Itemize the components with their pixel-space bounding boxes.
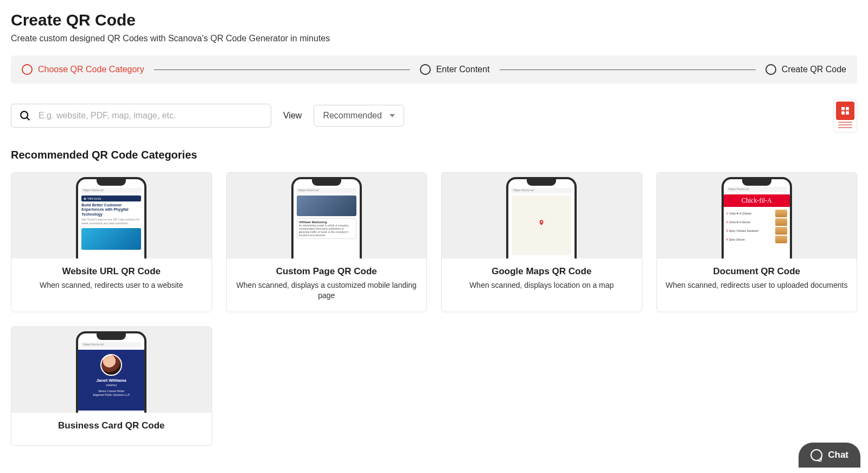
- bc-role: Senior Content Writer: [98, 389, 124, 393]
- preview-url: https://scnv.io/: [511, 188, 572, 193]
- svg-line-1: [27, 118, 30, 121]
- card-preview: https://scnv.io/ Janet Williams (she/her…: [11, 327, 212, 413]
- step-label: Enter Content: [436, 65, 490, 74]
- card-title: Document QR Code: [663, 266, 851, 277]
- step-create-qr[interactable]: Create QR Code: [765, 64, 846, 75]
- card-google-maps[interactable]: https://scnv.io/ Google Maps QR Code Whe…: [441, 172, 642, 312]
- avatar-icon: [100, 354, 122, 376]
- view-select[interactable]: Recommended: [314, 105, 404, 127]
- search-input[interactable]: [39, 111, 263, 121]
- preview-brand: Chick-fil-A: [724, 194, 790, 207]
- chat-button[interactable]: Chat: [799, 443, 860, 457]
- card-document[interactable]: https://scnv.io/ Chick-fil-A 1Chick-fil-…: [656, 172, 858, 312]
- card-preview: https://scnv.io/: [442, 173, 642, 258]
- card-business-card[interactable]: https://scnv.io/ Janet Williams (she/her…: [11, 326, 212, 446]
- map-pin-icon: [538, 219, 545, 226]
- progress-stepper: Choose QR Code Category Enter Content Cr…: [11, 55, 857, 84]
- menu-item: Chick-fil-A Deluxe: [728, 220, 775, 224]
- svg-point-0: [21, 111, 28, 118]
- bc-company: Edgehart Public Solutions LLP: [93, 393, 130, 396]
- preview-subtext: Use Trycon's easy-to-use QR Code solutio…: [81, 218, 141, 225]
- view-selected-value: Recommended: [323, 111, 382, 121]
- grid-icon: [841, 107, 849, 115]
- chat-label: Chat: [828, 450, 848, 457]
- card-preview: https://scnv.io/ ✿ TRYCON Build Better C…: [11, 173, 212, 258]
- step-divider: [154, 70, 410, 70]
- preview-card: Affiliate MarketingAn advertising model …: [297, 218, 356, 239]
- preview-hero: [297, 195, 356, 216]
- preview-url: https://scnv.io/: [726, 187, 787, 192]
- card-desc: When scanned, redirects user to a websit…: [18, 280, 205, 291]
- section-title: Recommended QR Code Categories: [11, 149, 857, 161]
- step-enter-content[interactable]: Enter Content: [420, 64, 490, 75]
- preview-headline: Build Better Customer Experiences with P…: [81, 203, 141, 217]
- view-label: View: [283, 111, 302, 121]
- step-circle-icon: [22, 64, 33, 75]
- menu-item: Spicy Deluxe: [728, 238, 775, 241]
- layout-toggle: [833, 99, 857, 133]
- list-view-button[interactable]: [836, 122, 854, 130]
- search-icon: [19, 110, 31, 122]
- card-desc: When scanned, redirects user to uploaded…: [663, 280, 851, 291]
- card-title: Custom Page QR Code: [233, 266, 420, 277]
- page-title: Create QR Code: [11, 11, 857, 29]
- preview-url: https://scnv.io/: [296, 188, 357, 193]
- chat-icon: [810, 449, 822, 457]
- card-website-url[interactable]: https://scnv.io/ ✿ TRYCON Build Better C…: [11, 172, 212, 312]
- bc-name: Janet Williams: [96, 378, 126, 383]
- preview-url: https://scnv.io/: [81, 342, 142, 348]
- preview-url: https://scnv.io/: [81, 188, 142, 193]
- step-divider: [500, 70, 756, 70]
- step-circle-icon: [765, 64, 776, 75]
- preview-brand: ✿ TRYCON: [81, 195, 141, 201]
- card-title: Website URL QR Code: [18, 266, 205, 277]
- step-label: Create QR Code: [782, 65, 846, 74]
- card-preview: https://scnv.io/ Chick-fil-A 1Chick-fil-…: [657, 173, 857, 258]
- card-title: Business Card QR Code: [18, 420, 205, 431]
- step-circle-icon: [420, 64, 431, 75]
- preview-image: [81, 228, 141, 250]
- bc-handle: (she/her): [106, 383, 117, 387]
- card-title: Google Maps QR Code: [448, 266, 635, 277]
- menu-item: Chick-fil-A Chicken: [728, 212, 775, 215]
- map-preview: [512, 195, 571, 255]
- category-grid: https://scnv.io/ ✿ TRYCON Build Better C…: [11, 172, 857, 446]
- card-desc: When scanned, displays a customized mobi…: [233, 280, 420, 301]
- menu-item: Spicy Chicken Sandwich: [728, 229, 775, 232]
- controls-row: View Recommended: [11, 99, 857, 133]
- card-desc: When scanned, displays location on a map: [448, 280, 635, 291]
- step-label: Choose QR Code Category: [38, 65, 144, 74]
- chevron-down-icon: [390, 114, 395, 117]
- search-wrapper: [11, 104, 271, 128]
- card-preview: https://scnv.io/ Affiliate MarketingAn a…: [227, 173, 427, 258]
- card-custom-page[interactable]: https://scnv.io/ Affiliate MarketingAn a…: [226, 172, 427, 312]
- step-choose-category[interactable]: Choose QR Code Category: [22, 64, 144, 75]
- page-subtitle: Create custom designed QR Codes with Sca…: [11, 34, 857, 43]
- grid-view-button[interactable]: [836, 102, 854, 120]
